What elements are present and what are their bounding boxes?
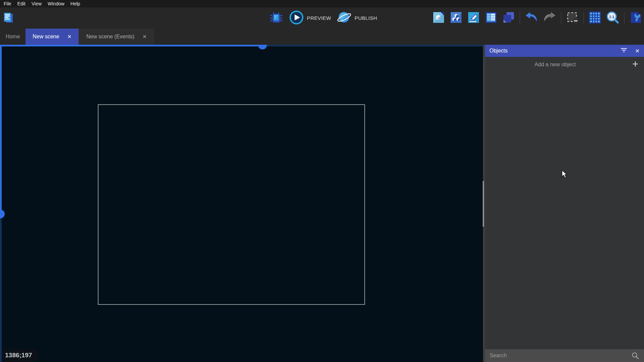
grid-icon	[589, 11, 601, 25]
zoom-1-1-icon: 1:1	[606, 11, 619, 26]
objects-list-empty-area[interactable]	[485, 72, 644, 349]
properties-pencil-icon	[467, 11, 480, 25]
main-area: 1386;197 Objects ✕ Add a new object +	[0, 45, 644, 362]
objects-search-bar	[485, 349, 644, 362]
debugger-bug-icon	[269, 10, 283, 26]
objects-panel: Objects ✕ Add a new object +	[485, 45, 644, 362]
cursor-coordinates: 1386;197	[2, 349, 38, 362]
objects-panel-title: Objects	[489, 48, 612, 54]
menu-bar: File Edit View Window Help	[0, 0, 644, 7]
undo-arrow-icon	[525, 11, 538, 25]
tab-bar: Home New scene ✕ New scene (Events) ✕	[0, 29, 644, 45]
publish-label: PUBLISH	[355, 15, 377, 21]
panel-resize-handle[interactable]	[483, 181, 484, 227]
object-groups-button[interactable]	[450, 11, 462, 25]
add-new-object-label: Add a new object	[485, 62, 625, 68]
toolbar-separator	[583, 12, 584, 24]
undo-button[interactable]	[525, 11, 538, 25]
redo-button[interactable]	[543, 11, 556, 25]
canvas-vertical-scrollbar-thumb[interactable]	[0, 210, 5, 218]
tab-new-scene-events-label: New scene (Events)	[86, 34, 134, 40]
filter-icon	[620, 47, 627, 54]
toolbar-center-group: PREVIEW PUBLISH	[269, 7, 377, 29]
toolbar-right-group: 1:1	[432, 7, 642, 29]
publish-button[interactable]: PUBLISH	[337, 10, 377, 26]
tab-home[interactable]: Home	[0, 29, 26, 45]
instances-list-button[interactable]	[485, 11, 497, 25]
toolbar-separator	[520, 12, 520, 24]
scene-canvas[interactable]: 1386;197	[0, 45, 483, 362]
menu-edit[interactable]: Edit	[14, 0, 29, 7]
tab-new-scene[interactable]: New scene ✕	[26, 29, 79, 45]
filter-button[interactable]	[620, 47, 627, 54]
instances-list-icon	[485, 11, 497, 25]
toolbar: PREVIEW PUBLISH	[0, 7, 644, 29]
object-groups-icon	[450, 11, 462, 25]
tab-new-scene-label: New scene	[33, 34, 59, 40]
deselect-button[interactable]	[566, 11, 579, 25]
menu-file[interactable]: File	[1, 0, 14, 7]
debugger-button[interactable]	[269, 10, 283, 26]
tab-close-icon[interactable]: ✕	[67, 34, 72, 40]
objects-search-input[interactable]	[490, 353, 631, 359]
menu-help[interactable]: Help	[68, 0, 83, 7]
deselect-dashed-square-icon	[566, 11, 579, 25]
toolbar-separator	[624, 12, 625, 24]
scene-properties-wrench-icon	[629, 11, 642, 25]
objects-panel-header: Objects ✕	[485, 45, 644, 57]
plus-icon: +	[632, 58, 638, 71]
tab-new-scene-events[interactable]: New scene (Events) ✕	[79, 29, 155, 45]
panel-resize-divider[interactable]	[483, 45, 485, 362]
canvas-horizontal-scrollbar-thumb[interactable]	[258, 45, 267, 49]
preview-play-icon	[289, 10, 304, 26]
layers-button[interactable]	[502, 11, 515, 25]
objects-editor-icon	[432, 11, 445, 25]
game-resolution-frame	[98, 104, 365, 305]
project-manager-icon	[2, 12, 14, 25]
objects-panel-close-button[interactable]: ✕	[635, 48, 640, 54]
preview-button[interactable]: PREVIEW	[289, 10, 331, 26]
canvas-horizontal-scrollbar-fill	[0, 45, 263, 46]
menu-view[interactable]: View	[29, 0, 45, 7]
publish-planet-icon	[337, 10, 352, 26]
toolbar-separator	[561, 12, 561, 24]
svg-text:1:1: 1:1	[609, 14, 614, 19]
project-manager-button[interactable]	[2, 12, 14, 25]
menu-window[interactable]: Window	[45, 0, 68, 7]
preview-label: PREVIEW	[307, 15, 331, 21]
canvas-vertical-scrollbar-fill	[0, 45, 2, 215]
zoom-original-button[interactable]: 1:1	[606, 11, 619, 26]
layers-icon	[502, 11, 515, 25]
objects-editor-button[interactable]	[432, 11, 445, 25]
properties-button[interactable]	[467, 11, 480, 25]
tab-home-label: Home	[6, 34, 20, 40]
add-new-object-button[interactable]: Add a new object +	[485, 57, 644, 72]
redo-arrow-icon	[543, 11, 556, 25]
search-icon	[631, 352, 642, 360]
grid-button[interactable]	[589, 11, 601, 25]
scene-properties-button[interactable]	[629, 11, 642, 25]
tab-close-icon[interactable]: ✕	[143, 34, 147, 40]
